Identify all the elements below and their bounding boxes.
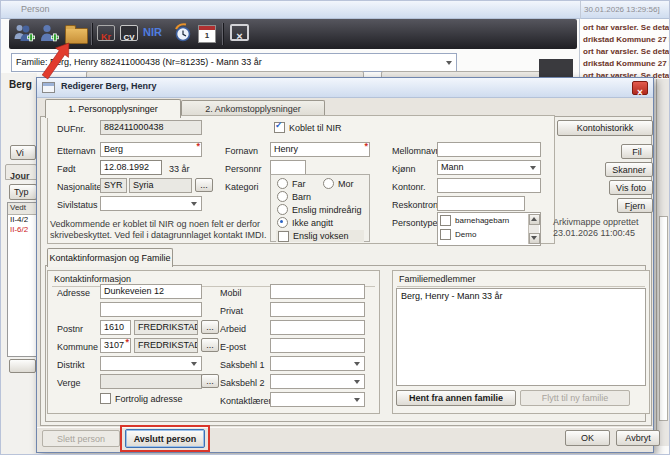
- nasjonalitet-label: Nasjonalitet: [57, 180, 104, 195]
- vis-button[interactable]: Vi: [10, 145, 36, 160]
- radio-far[interactable]: Far: [277, 178, 306, 189]
- fil-button[interactable]: Fil: [621, 144, 653, 159]
- adresse2-field[interactable]: [100, 302, 202, 317]
- enslig-voksen-checkbox[interactable]: [278, 231, 289, 242]
- etternavn-field[interactable]: Berg*: [100, 142, 202, 157]
- persontype-item[interactable]: Demo: [438, 226, 540, 240]
- journal-row-alert[interactable]: II-6/2: [8, 225, 36, 235]
- notification-line: ort har varsler. Se detalj: [583, 22, 670, 34]
- dufnr-label: DUFnr.: [57, 122, 86, 137]
- fodt-field[interactable]: 12.08.1992: [100, 160, 162, 175]
- exit-icon[interactable]: ×: [230, 24, 249, 41]
- archive-folder-icon[interactable]: [65, 28, 88, 44]
- verge-field[interactable]: [100, 374, 202, 389]
- postnr-field[interactable]: 1610: [100, 320, 131, 335]
- reskontronr-field[interactable]: [437, 196, 525, 211]
- slett-person-button[interactable]: Slett person: [42, 430, 120, 447]
- saksbehl2-dropdown[interactable]: [270, 374, 365, 389]
- kontonr-field[interactable]: [437, 178, 541, 193]
- saksbehl1-dropdown[interactable]: [270, 356, 365, 371]
- vis-foto-button[interactable]: Vis foto: [609, 180, 653, 195]
- verge-browse-button[interactable]: ...: [201, 374, 219, 388]
- koblet-nir-checkbox[interactable]: [274, 122, 285, 133]
- background-button[interactable]: [9, 359, 36, 373]
- adresse-field[interactable]: Dunkeveien 12: [100, 284, 202, 299]
- radio-barn[interactable]: Barn: [277, 191, 311, 202]
- mellomnavn-field[interactable]: [437, 142, 541, 157]
- familiemedlemmer-list[interactable]: Berg, Henry - Mann 33 år: [396, 288, 646, 386]
- ok-button[interactable]: OK: [565, 430, 610, 446]
- family-selector[interactable]: Familie: Berg, Henry 882411000438 (Nr=81…: [11, 53, 457, 72]
- radio-enslig-mindrearig[interactable]: Enslig mindreårig: [277, 204, 362, 215]
- privat-field[interactable]: [270, 302, 365, 317]
- tab-personopplysninger[interactable]: 1. Personopplysninger: [45, 99, 181, 118]
- tab-kontaktinformasjon[interactable]: Kontaktinformasjon og Familie: [47, 248, 173, 267]
- dialog-close-button[interactable]: ×: [632, 81, 648, 95]
- type-button[interactable]: Typ: [9, 184, 37, 200]
- kontohistorikk-button[interactable]: Kontohistorikk: [557, 120, 653, 136]
- scroll-up-icon[interactable]: [529, 214, 540, 225]
- radio-icon[interactable]: [323, 178, 334, 189]
- fortrolig-adresse-checkbox[interactable]: [100, 393, 111, 404]
- skanner-button[interactable]: Skanner: [605, 162, 653, 177]
- clock-icon[interactable]: [173, 22, 193, 44]
- nasjonalitet-kode-field[interactable]: SYR: [100, 178, 127, 193]
- mobil-field[interactable]: [270, 284, 365, 299]
- radio-mor[interactable]: Mor: [323, 178, 354, 189]
- reskontronr-label: Reskontronr: [392, 198, 441, 213]
- arbeid-field[interactable]: [270, 320, 365, 335]
- nasjonalitet-browse-button[interactable]: ...: [195, 178, 213, 192]
- radio-ikke-angitt[interactable]: Ikke angitt: [277, 217, 333, 228]
- persontype-checkbox[interactable]: [440, 215, 451, 226]
- enslig-voksen-label: Enslig voksen: [293, 231, 349, 241]
- dufnr-field[interactable]: 882411000438: [100, 120, 202, 135]
- radio-icon-selected[interactable]: [277, 217, 288, 228]
- journal-tab[interactable]: Jour: [5, 164, 37, 180]
- kategori-label: Kategori: [225, 180, 259, 195]
- postnr-browse-button[interactable]: ...: [201, 320, 219, 334]
- fortrolig-adresse-checkbox-row[interactable]: Fortrolig adresse: [100, 393, 183, 404]
- scroll-down-icon[interactable]: [529, 233, 540, 244]
- hent-fra-annen-familie-button[interactable]: Hent fra annen familie: [396, 390, 516, 406]
- add-family-icon[interactable]: [13, 23, 35, 44]
- kontaktlaerer-dropdown[interactable]: [270, 392, 365, 407]
- kommune-browse-button[interactable]: ...: [201, 338, 219, 352]
- cv-icon-label: CV: [123, 33, 134, 42]
- cv-icon[interactable]: CV: [120, 25, 138, 41]
- poststed-field[interactable]: FREDRIKSTAD: [134, 320, 198, 335]
- radio-icon[interactable]: [277, 191, 288, 202]
- persontype-checkbox[interactable]: [440, 229, 451, 240]
- fornavn-field[interactable]: Henry*: [270, 142, 370, 157]
- kr-icon[interactable]: Kr: [97, 25, 115, 41]
- journal-list[interactable]: Vedt II-4/2 II-6/2: [7, 202, 37, 357]
- add-person-icon[interactable]: [39, 23, 59, 44]
- journal-row[interactable]: II-4/2: [8, 215, 36, 225]
- kommunenavn-field[interactable]: FREDRIKSTAD: [134, 338, 198, 353]
- radio-icon[interactable]: [277, 204, 288, 215]
- enslig-voksen-checkbox-row[interactable]: Enslig voksen: [276, 230, 364, 242]
- dialog-icon: [42, 82, 55, 93]
- koblet-nir-checkbox-row[interactable]: Koblet til NIR: [274, 122, 342, 133]
- calendar-icon[interactable]: 1: [198, 25, 216, 43]
- persontype-item[interactable]: barnehagebarn: [438, 213, 540, 226]
- nir-icon[interactable]: NIR: [143, 26, 162, 38]
- fornavn-label: Fornavn: [225, 144, 258, 159]
- familiemedlem-item[interactable]: Berg, Henry - Mann 33 år: [397, 289, 645, 301]
- avbryt-button[interactable]: Avbryt: [616, 430, 660, 446]
- kjonn-dropdown[interactable]: Mann: [437, 160, 541, 175]
- distrikt-dropdown[interactable]: [100, 356, 202, 371]
- personnr-field[interactable]: [270, 160, 306, 175]
- kommunenr-field[interactable]: 3107*: [100, 338, 131, 353]
- sivilstatus-dropdown[interactable]: [100, 196, 202, 211]
- persontype-label: barnehagebarn: [455, 216, 509, 225]
- persontyper-scrollbar[interactable]: [528, 214, 539, 244]
- koblet-nir-label: Koblet til NIR: [289, 123, 342, 133]
- saksbehl2-label: Saksbehl 2: [220, 376, 265, 391]
- fjern-button[interactable]: Fjern: [617, 198, 653, 213]
- persontyper-list[interactable]: barnehagebarn Demo: [437, 212, 541, 246]
- epost-field[interactable]: [270, 338, 365, 353]
- radio-icon[interactable]: [277, 178, 288, 189]
- flytt-til-ny-familie-button[interactable]: Flytt til ny familie: [520, 390, 630, 406]
- nasjonalitet-navn-field[interactable]: Syria: [129, 178, 192, 193]
- exit-icon-glyph: ×: [236, 30, 242, 42]
